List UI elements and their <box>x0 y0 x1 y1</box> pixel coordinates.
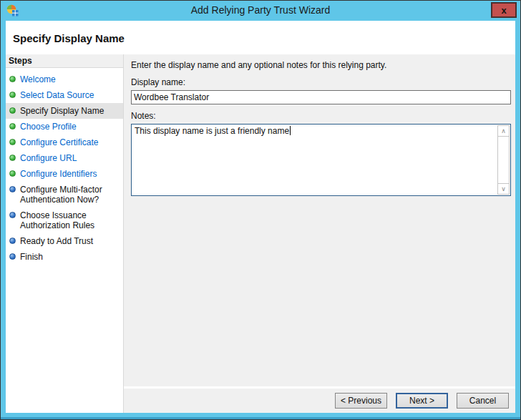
chevron-down-icon: ∨ <box>501 185 506 192</box>
notes-text: This display name is just a friendly nam… <box>135 126 289 136</box>
step-item-configure-identifiers[interactable]: Configure Identifiers <box>6 166 123 182</box>
content-pane: Enter the display name and any optional … <box>124 54 515 413</box>
step-done-bullet-icon <box>9 155 16 161</box>
title-bar: Add Relying Party Trust Wizard x <box>1 1 520 21</box>
instruction-text: Enter the display name and any optional … <box>131 60 511 71</box>
close-icon: x <box>501 5 506 16</box>
notes-scrollbar[interactable]: ∧ ∨ <box>497 125 510 195</box>
step-pending-bullet-icon <box>9 212 16 218</box>
notes-textarea[interactable]: This display name is just a friendly nam… <box>131 124 511 196</box>
step-item-specify-display-name: Specify Display Name <box>6 103 123 119</box>
step-pending-bullet-icon <box>9 238 16 244</box>
step-item-choose-profile[interactable]: Choose Profile <box>6 119 123 135</box>
step-label: Choose Issuance Authorization Rules <box>20 210 94 230</box>
step-label: Specify Display Name <box>20 106 104 116</box>
step-item-welcome[interactable]: Welcome <box>6 72 123 87</box>
steps-sidebar: Steps Welcome Select Data Source Specify… <box>6 54 124 413</box>
step-done-bullet-icon <box>9 139 16 145</box>
step-done-bullet-icon <box>9 92 16 98</box>
scroll-up-button[interactable]: ∧ <box>497 125 510 137</box>
wizard-window: Add Relying Party Trust Wizard x Specify… <box>0 0 521 420</box>
step-done-bullet-icon <box>9 170 16 177</box>
step-label: Finish <box>20 252 43 262</box>
wizard-dialog: Specify Display Name Steps Welcome Selec… <box>6 21 515 413</box>
step-pending-bullet-icon <box>9 253 16 260</box>
step-item-select-data-source[interactable]: Select Data Source <box>6 87 123 103</box>
display-name-input[interactable] <box>131 90 511 104</box>
step-item-configure-mfa: Configure Multi-factor Authentication No… <box>6 182 123 207</box>
dialog-header: Specify Display Name <box>6 21 515 54</box>
close-button[interactable]: x <box>491 2 517 18</box>
next-button[interactable]: Next > <box>396 393 448 409</box>
step-label: Configure Identifiers <box>20 169 97 179</box>
text-caret <box>290 126 291 135</box>
step-pending-bullet-icon <box>9 186 16 192</box>
step-done-bullet-icon <box>9 107 16 114</box>
step-label: Ready to Add Trust <box>20 236 93 246</box>
cancel-button[interactable]: Cancel <box>457 393 509 409</box>
steps-list: Welcome Select Data Source Specify Displ… <box>6 72 123 265</box>
chevron-up-icon: ∧ <box>501 127 506 135</box>
step-label: Configure Multi-factor Authentication No… <box>20 185 102 205</box>
step-item-ready-to-add-trust: Ready to Add Trust <box>6 233 123 249</box>
display-name-label: Display name: <box>131 77 511 87</box>
previous-button[interactable]: < Previous <box>335 393 387 409</box>
notes-label: Notes: <box>131 111 511 121</box>
step-label: Select Data Source <box>20 90 94 100</box>
step-label: Welcome <box>20 74 56 84</box>
step-label: Choose Profile <box>20 122 77 132</box>
footer-bar: < Previous Next > Cancel <box>124 386 515 413</box>
step-item-choose-issuance-rules: Choose Issuance Authorization Rules <box>6 207 123 233</box>
page-title: Specify Display Name <box>13 32 515 44</box>
scroll-down-button[interactable]: ∨ <box>497 183 510 195</box>
step-done-bullet-icon <box>9 76 16 82</box>
step-item-configure-certificate[interactable]: Configure Certificate <box>6 135 123 150</box>
step-item-configure-url[interactable]: Configure URL <box>6 150 123 166</box>
adfs-app-icon <box>6 4 19 16</box>
scrollbar-thumb[interactable] <box>497 137 510 183</box>
steps-header: Steps <box>6 54 123 68</box>
step-item-finish: Finish <box>6 249 123 265</box>
step-done-bullet-icon <box>9 123 16 130</box>
dialog-body: Steps Welcome Select Data Source Specify… <box>6 54 515 413</box>
window-title: Add Relying Party Trust Wizard <box>1 1 520 20</box>
content-main: Enter the display name and any optional … <box>124 54 515 386</box>
step-label: Configure Certificate <box>20 137 98 147</box>
step-label: Configure URL <box>20 153 77 163</box>
